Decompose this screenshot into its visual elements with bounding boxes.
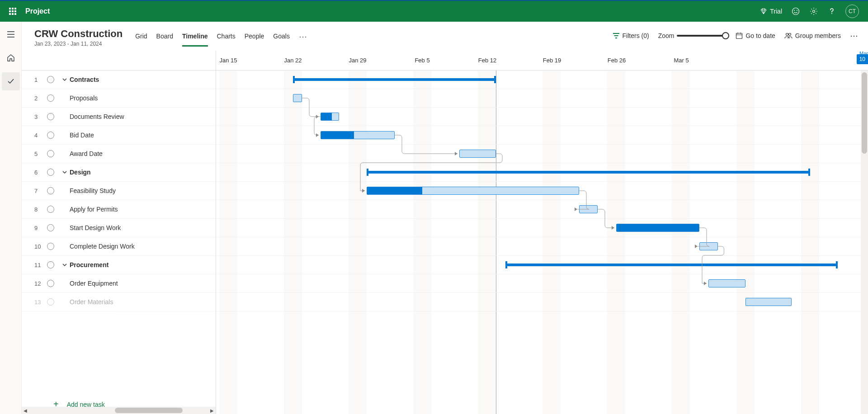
- complete-toggle[interactable]: [47, 150, 54, 157]
- group-members-button[interactable]: Group members: [784, 32, 841, 39]
- row-number: 2: [34, 95, 47, 102]
- tab-grid[interactable]: Grid: [135, 33, 147, 47]
- row-number: 9: [34, 225, 47, 231]
- tab-people[interactable]: People: [245, 33, 264, 47]
- complete-toggle[interactable]: [47, 206, 54, 213]
- scroll-left-icon[interactable]: ◀: [22, 407, 29, 414]
- svg-point-0: [793, 8, 799, 15]
- complete-toggle[interactable]: [47, 298, 54, 306]
- task-row[interactable]: 13Order Materials: [22, 293, 216, 311]
- view-tabs: GridBoardTimelineChartsPeopleGoals⋯: [135, 32, 308, 47]
- menu-toggle[interactable]: [2, 25, 20, 43]
- task-row[interactable]: 12Order Equipment: [22, 274, 216, 293]
- chevron-down-icon[interactable]: [61, 77, 68, 82]
- task-row[interactable]: 11Procurement: [22, 256, 216, 274]
- chevron-down-icon[interactable]: [61, 170, 68, 174]
- app-topbar: Project Trial CT: [0, 0, 868, 22]
- project-date-range: Jan 23, 2023 - Jan 11, 2024: [34, 41, 123, 47]
- feedback-icon[interactable]: [791, 7, 800, 16]
- task-row[interactable]: 6Design: [22, 163, 216, 182]
- axis-tick: Feb 12: [478, 57, 496, 64]
- task-name: Contracts: [70, 76, 99, 83]
- row-number: 13: [34, 299, 47, 306]
- app-launcher[interactable]: [4, 2, 22, 20]
- tasklist-hscroll[interactable]: ◀ ▶: [22, 407, 216, 414]
- row-number: 6: [34, 169, 47, 176]
- go-to-date-button[interactable]: Go to date: [736, 32, 775, 39]
- task-row[interactable]: 1Contracts: [22, 71, 216, 89]
- zoom-slider[interactable]: [677, 35, 726, 37]
- calendar-icon: [736, 32, 743, 39]
- filters-button[interactable]: Filters (0): [613, 32, 649, 39]
- summary-bar[interactable]: [293, 78, 496, 81]
- summary-bar[interactable]: [505, 263, 838, 266]
- dependency-link: [592, 207, 622, 230]
- task-name: Apply for Permits: [70, 206, 118, 213]
- task-row[interactable]: 5Award Date: [22, 145, 216, 163]
- more-options[interactable]: ⋯: [850, 31, 859, 41]
- today-badge[interactable]: 10: [857, 54, 868, 64]
- tab-timeline[interactable]: Timeline: [182, 33, 208, 47]
- task-row[interactable]: 8Apply for Permits: [22, 200, 216, 219]
- task-row[interactable]: 3Documents Review: [22, 108, 216, 126]
- svg-point-3: [813, 10, 815, 13]
- gantt-body[interactable]: [216, 71, 868, 414]
- complete-toggle[interactable]: [47, 187, 54, 194]
- task-row[interactable]: 9Start Design Work: [22, 219, 216, 237]
- axis-tick: Jan 22: [284, 57, 302, 64]
- row-number: 5: [34, 151, 47, 157]
- tab-board[interactable]: Board: [156, 33, 173, 47]
- complete-toggle[interactable]: [47, 94, 54, 102]
- help-icon[interactable]: [827, 7, 836, 16]
- complete-toggle[interactable]: [47, 243, 54, 250]
- task-name: Start Design Work: [70, 224, 121, 231]
- complete-toggle[interactable]: [47, 224, 54, 231]
- left-rail: [0, 22, 22, 414]
- trial-badge[interactable]: Trial: [760, 8, 782, 15]
- task-list-panel: 1Contracts2Proposals3Documents Review4Bi…: [22, 51, 216, 414]
- tab-charts[interactable]: Charts: [217, 33, 236, 47]
- chevron-down-icon[interactable]: [61, 263, 68, 267]
- task-bar[interactable]: [321, 131, 394, 139]
- axis-tick: Jan 15: [219, 57, 237, 64]
- task-bar[interactable]: [616, 224, 699, 232]
- task-bar[interactable]: [745, 298, 792, 306]
- scroll-right-icon[interactable]: ▶: [208, 407, 216, 414]
- gantt-row: [216, 126, 868, 145]
- task-row[interactable]: 4Bid Date: [22, 126, 216, 145]
- svg-point-7: [788, 33, 791, 36]
- gantt-vscroll[interactable]: [861, 71, 868, 414]
- complete-toggle[interactable]: [47, 132, 54, 139]
- task-name: Procurement: [70, 261, 108, 268]
- row-number: 4: [34, 132, 47, 139]
- gantt-row: [216, 274, 868, 293]
- gantt-row: [216, 219, 868, 237]
- dependency-link: [361, 152, 501, 193]
- svg-point-6: [786, 33, 788, 36]
- task-row[interactable]: 7Feasibility Study: [22, 182, 216, 200]
- task-row[interactable]: 2Proposals: [22, 89, 216, 108]
- home-button[interactable]: [2, 49, 20, 67]
- tabs-overflow[interactable]: ⋯: [299, 32, 308, 47]
- task-name: Award Date: [70, 150, 103, 157]
- row-number: 11: [34, 262, 47, 268]
- app-name: Project: [25, 7, 50, 15]
- axis-tick: Feb 19: [543, 57, 561, 64]
- task-name: Design: [70, 169, 91, 176]
- settings-icon[interactable]: [809, 7, 818, 16]
- row-number: 12: [34, 280, 47, 287]
- complete-toggle[interactable]: [47, 76, 54, 83]
- complete-toggle[interactable]: [47, 261, 54, 268]
- diamond-icon: [760, 8, 767, 15]
- complete-toggle[interactable]: [47, 113, 54, 120]
- complete-toggle[interactable]: [47, 280, 54, 287]
- user-avatar[interactable]: CT: [845, 5, 859, 18]
- axis-tick: Mar 5: [674, 57, 689, 64]
- task-row[interactable]: 10Complete Design Work: [22, 237, 216, 256]
- tasks-button[interactable]: [2, 72, 20, 90]
- row-number: 8: [34, 206, 47, 213]
- tab-goals[interactable]: Goals: [273, 33, 290, 47]
- check-icon: [7, 78, 14, 85]
- task-name: Order Materials: [70, 298, 113, 306]
- complete-toggle[interactable]: [47, 169, 54, 176]
